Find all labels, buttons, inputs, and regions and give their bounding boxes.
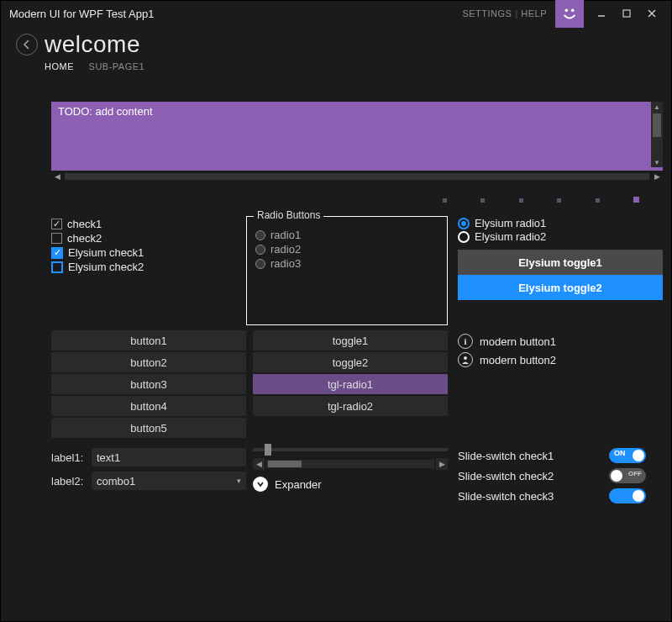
radio-dot-icon — [255, 259, 265, 269]
toggle-toggle1[interactable]: toggle1 — [253, 330, 448, 351]
pager-dot[interactable] — [519, 198, 523, 203]
controls-row-3: label1: text1 label2: combo1▾ ◀ ▶ — [51, 448, 663, 509]
radio-label: radio3 — [270, 257, 301, 270]
pager-dot[interactable] — [480, 198, 485, 203]
person-icon — [458, 352, 473, 367]
switch-label: Slide-switch check1 — [458, 450, 554, 462]
radio-label: radio2 — [270, 243, 301, 256]
pager-dot[interactable] — [557, 198, 561, 203]
switch-on[interactable]: ON — [609, 448, 646, 463]
radio-dot-icon — [458, 218, 470, 229]
radio-label: radio1 — [270, 229, 301, 241]
titlebar: Modern UI for WPF Test App1 SETTINGS | H… — [1, 1, 671, 26]
checkbox-label: check2 — [67, 232, 102, 245]
label2: label2: — [51, 475, 92, 488]
svg-point-1 — [571, 9, 575, 13]
range-scrollbar[interactable]: ◀ ▶ — [253, 458, 448, 470]
switch-off-text: OFF — [628, 470, 642, 477]
slide-switch-check1: Slide-switch check1 ON — [458, 448, 663, 463]
tabs: HOME SUB-PAGE1 — [1, 58, 671, 71]
combo-input[interactable]: combo1▾ — [92, 472, 246, 490]
horizontal-scrollbar[interactable]: ◀ ▶ — [51, 171, 663, 182]
expander-label: Expander — [275, 478, 322, 491]
elysium-radio2[interactable]: Elysium radio2 — [458, 230, 663, 243]
checkbox-label: Elysium check1 — [68, 246, 144, 259]
slider-thumb[interactable] — [265, 444, 271, 456]
range-left-arrow[interactable]: ◀ — [253, 458, 265, 470]
checkbox-check2[interactable]: check2 — [51, 232, 246, 245]
switch-knob — [633, 450, 644, 461]
back-button[interactable] — [16, 34, 38, 55]
range-right-arrow[interactable]: ▶ — [436, 458, 448, 470]
range-thumb[interactable] — [268, 461, 302, 467]
tab-subpage1[interactable]: SUB-PAGE1 — [89, 61, 145, 71]
scroll-thumb[interactable] — [653, 113, 661, 137]
modern-button2[interactable]: modern button2 — [458, 352, 663, 367]
expander[interactable]: Expander — [253, 477, 448, 492]
radio-group-column: Radio Buttons radio1 radio2 radio3 — [246, 216, 448, 325]
radio-radio3[interactable]: radio3 — [255, 257, 438, 270]
elysium-column: Elysium radio1 Elysium radio2 Elysium to… — [448, 216, 663, 325]
pager-dot[interactable] — [596, 198, 600, 203]
smiley-icon[interactable] — [555, 0, 584, 28]
checkbox-check1[interactable]: check1 — [51, 218, 246, 230]
pager-dot[interactable] — [443, 198, 447, 203]
vertical-scrollbar[interactable]: ▲ ▼ — [651, 102, 663, 167]
elysium-radio1[interactable]: Elysium radio1 — [458, 217, 663, 229]
radio-radio1[interactable]: radio1 — [255, 229, 438, 241]
hscroll-track[interactable] — [65, 173, 649, 180]
switch-label: Slide-switch check3 — [458, 490, 554, 503]
field-label1: label1: text1 — [51, 448, 246, 466]
toggle-tgl-radio2[interactable]: tgl-radio2 — [253, 396, 448, 416]
scroll-down-arrow[interactable]: ▼ — [651, 157, 663, 167]
elysium-toggle1[interactable]: Elysium toggle1 — [458, 250, 663, 275]
toggle-toggle2[interactable]: toggle2 — [253, 352, 448, 372]
switch-knob — [611, 470, 622, 482]
page-title: welcome — [45, 31, 140, 58]
elysium-toggles: Elysium toggle1 Elysium toggle2 — [458, 250, 663, 300]
slide-switch-check2: Slide-switch check2 OFF — [458, 468, 663, 483]
window-title: Modern UI for WPF Test App1 — [9, 8, 459, 20]
button-button2[interactable]: button2 — [51, 352, 246, 372]
controls-row-1: check1 check2 Elysium check1 Elysium che… — [51, 216, 663, 325]
help-link[interactable]: HELP — [521, 8, 547, 18]
checkbox-column: check1 check2 Elysium check1 Elysium che… — [51, 216, 246, 325]
scroll-right-arrow[interactable]: ▶ — [651, 172, 663, 181]
text-input[interactable]: text1 — [92, 448, 246, 466]
chevron-down-icon — [253, 477, 268, 492]
minimize-button[interactable] — [589, 3, 614, 24]
slider-column: ◀ ▶ Expander — [246, 448, 448, 509]
close-button[interactable] — [639, 3, 664, 24]
button-button5[interactable]: button5 — [51, 418, 246, 438]
checkbox-elysium-check1[interactable]: Elysium check1 — [51, 246, 246, 259]
radio-radio2[interactable]: radio2 — [255, 243, 438, 256]
elysium-toggle2[interactable]: Elysium toggle2 — [458, 275, 663, 300]
scroll-up-arrow[interactable]: ▲ — [651, 102, 663, 112]
radio-groupbox: Radio Buttons radio1 radio2 radio3 — [246, 216, 448, 325]
todo-box: TODO: add content — [51, 102, 663, 171]
scroll-left-arrow[interactable]: ◀ — [51, 172, 63, 181]
button-button4[interactable]: button4 — [51, 396, 246, 416]
maximize-button[interactable] — [614, 3, 639, 24]
info-icon: i — [458, 334, 473, 349]
toggle-tgl-radio1[interactable]: tgl-radio1 — [253, 374, 448, 394]
button-button1[interactable]: button1 — [51, 330, 246, 351]
controls-row-2: button1 button2 button3 button4 button5 … — [51, 330, 663, 440]
tab-home[interactable]: HOME — [45, 61, 74, 71]
modern-button1[interactable]: i modern button1 — [458, 334, 663, 349]
checkbox-elysium-check2[interactable]: Elysium check2 — [51, 261, 246, 273]
switch-plain[interactable] — [609, 488, 646, 503]
chevron-down-icon: ▾ — [237, 477, 241, 485]
button-list: button1 button2 button3 button4 button5 — [51, 330, 246, 440]
switch-off[interactable]: OFF — [609, 468, 646, 483]
svg-rect-3 — [623, 10, 630, 17]
radio-label: Elysium radio2 — [475, 230, 546, 243]
checkbox-box-icon — [51, 261, 63, 273]
button-button3[interactable]: button3 — [51, 374, 246, 394]
combo-value: combo1 — [97, 475, 135, 488]
radio-dot-icon — [255, 245, 265, 255]
settings-link[interactable]: SETTINGS — [462, 8, 512, 18]
checkbox-label: Elysium check2 — [68, 261, 144, 273]
pager-dot-active[interactable] — [633, 197, 639, 203]
slider[interactable] — [253, 448, 448, 451]
